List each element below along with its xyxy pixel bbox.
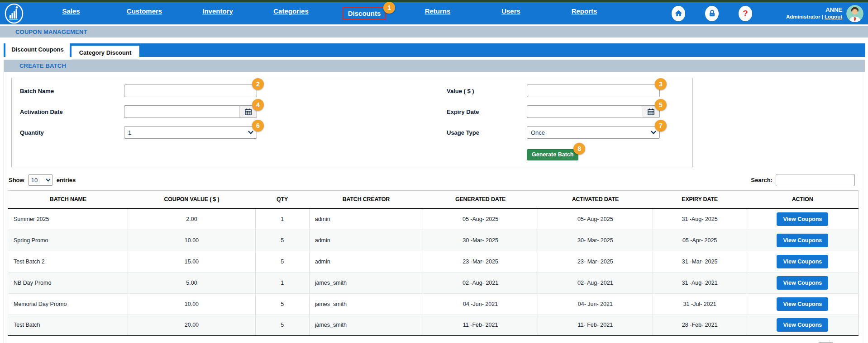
cell-activated-date: 23- Mar- 2025 xyxy=(538,251,653,272)
logout-link[interactable]: Logout xyxy=(825,14,842,19)
step-badge-4: 4 xyxy=(252,99,264,111)
cell-coupon-value: 10.00 xyxy=(128,293,255,315)
cell-activated-date: 02- Aug- 2021 xyxy=(538,272,653,293)
generate-batch-button[interactable]: Generate Batch xyxy=(527,149,578,160)
expiry-date-input[interactable] xyxy=(527,105,642,118)
nav-item-reports[interactable]: Reports xyxy=(548,7,621,19)
nav-item-users[interactable]: Users xyxy=(474,7,548,19)
cell-activated-date: 05- Aug- 2025 xyxy=(538,208,653,230)
lock-icon[interactable] xyxy=(705,6,719,21)
quantity-label: Quantity xyxy=(20,129,124,136)
activation-date-input[interactable] xyxy=(124,105,239,118)
question-mark-glyph: ? xyxy=(743,9,748,18)
col-activated-date: ACTIVATED DATE xyxy=(538,191,653,209)
form-row-3: Quantity 1 6 Usage Type Once 7 xyxy=(12,126,692,139)
form-row-1: Batch Name 2 Value ( $ ) 3 xyxy=(12,85,692,97)
form-row-2: Activation Date xyxy=(12,105,692,118)
section-title: CREATE BATCH xyxy=(19,62,66,69)
table-row: Memorial Day Promo 10.00 5 james_smith 0… xyxy=(8,293,858,315)
cell-qty: 5 xyxy=(255,251,309,272)
col-generated-date: GENERATED DATE xyxy=(423,191,538,209)
calendar-icon xyxy=(647,108,655,116)
view-coupons-button[interactable]: View Coupons xyxy=(777,297,828,311)
activation-date-field-wrap: 4 xyxy=(124,105,257,118)
batch-name-label: Batch Name xyxy=(20,88,124,94)
view-coupons-button[interactable]: View Coupons xyxy=(777,234,828,247)
step-badge-8: 8 xyxy=(573,143,585,155)
cell-generated-date: 05 -Aug- 2025 xyxy=(423,208,538,230)
cell-qty: 5 xyxy=(255,315,309,336)
cell-coupon-value: 20.00 xyxy=(128,315,255,336)
home-icon[interactable] xyxy=(672,6,685,21)
create-batch-form: Batch Name 2 Value ( $ ) 3 Activation Da… xyxy=(11,78,693,167)
step-badge-7: 7 xyxy=(655,120,667,132)
cell-batch-creator: james_smith xyxy=(309,315,423,336)
cell-batch-creator: admin xyxy=(309,208,423,230)
table-row: Spring Promo 10.00 5 admin 30 -Mar- 2025… xyxy=(8,230,858,251)
col-expiry-date: EXPIRY DATE xyxy=(653,191,747,209)
search-input[interactable] xyxy=(776,174,855,186)
usage-type-select[interactable]: Once xyxy=(527,126,660,139)
user-role-line: Administrator | Logout xyxy=(786,14,842,20)
view-coupons-button[interactable]: View Coupons xyxy=(777,212,828,226)
nav-item-sales[interactable]: Sales xyxy=(34,7,108,19)
activation-date-label: Activation Date xyxy=(20,108,124,115)
view-coupons-button[interactable]: View Coupons xyxy=(777,255,828,268)
user-avatar[interactable] xyxy=(846,5,863,22)
quantity-select[interactable]: 1 xyxy=(124,126,257,139)
show-label: Show xyxy=(9,177,24,183)
page-size-select[interactable]: 10 xyxy=(28,174,53,186)
page-size-wrap: 10 xyxy=(28,174,53,186)
cell-expiry-date: 31 -Mar- 2025 xyxy=(653,251,747,272)
list-controls: Show 10 entries Search: xyxy=(9,174,855,186)
cell-batch-creator: admin xyxy=(309,251,423,272)
nav-item-discounts-label: Discounts xyxy=(348,9,381,17)
cell-qty: 5 xyxy=(255,293,309,315)
user-info: ANNE Administrator | Logout xyxy=(786,6,842,21)
table-row: NB Day Promo 5.00 1 james_smith 02 -Aug-… xyxy=(8,272,858,293)
cell-expiry-date: 31 -Aug- 2025 xyxy=(653,208,747,230)
nav-icons: ? xyxy=(672,6,752,21)
nav-item-categories[interactable]: Categories xyxy=(254,7,328,19)
value-field-wrap: 3 xyxy=(527,85,660,97)
nav-item-inventory[interactable]: Inventory xyxy=(181,7,254,19)
page-header-bar: COUPON MANAGEMENT xyxy=(0,26,868,38)
cell-batch-name: NB Day Promo xyxy=(8,272,128,293)
usage-type-field-wrap: Once 7 xyxy=(527,126,660,139)
cell-expiry-date: 31 -Jul- 2021 xyxy=(653,293,747,315)
cell-generated-date: 23 -Mar- 2025 xyxy=(423,251,538,272)
content-panel: CREATE BATCH Batch Name 2 Value ( $ ) 3 … xyxy=(4,60,865,343)
step-badge-6: 6 xyxy=(252,120,264,132)
nav-item-customers[interactable]: Customers xyxy=(108,7,181,19)
cell-generated-date: 11 -Feb- 2021 xyxy=(423,315,538,336)
cell-qty: 5 xyxy=(255,230,309,251)
user-role: Administrator xyxy=(786,14,820,19)
app-logo-icon[interactable] xyxy=(4,3,24,24)
cell-generated-date: 02 -Aug- 2021 xyxy=(423,272,538,293)
search-wrap: Search: xyxy=(751,174,855,186)
batch-name-input[interactable] xyxy=(124,85,257,97)
nav-item-returns[interactable]: Returns xyxy=(401,7,474,19)
view-coupons-button[interactable]: View Coupons xyxy=(777,318,828,332)
cell-batch-name: Spring Promo xyxy=(8,230,128,251)
tab-category-discount[interactable]: Category Discount xyxy=(72,46,139,60)
expiry-date-label: Expiry Date xyxy=(447,108,527,115)
section-bar: CREATE BATCH xyxy=(4,60,865,72)
cell-generated-date: 04 -Jun- 2021 xyxy=(423,293,538,315)
nav-item-discounts[interactable]: Discounts 1 xyxy=(328,7,401,19)
view-coupons-button[interactable]: View Coupons xyxy=(777,276,828,290)
table-row: Test Batch 2 15.00 5 admin 23 -Mar- 2025… xyxy=(8,251,858,272)
discounts-highlight-box: Discounts 1 xyxy=(343,7,386,19)
cell-batch-name: Memorial Day Promo xyxy=(8,293,128,315)
cell-qty: 1 xyxy=(255,208,309,230)
cell-qty: 1 xyxy=(255,272,309,293)
cell-expiry-date: 05 -Apr- 2025 xyxy=(653,230,747,251)
table-row: Summer 2025 2.00 1 admin 05 -Aug- 2025 0… xyxy=(8,208,858,230)
cell-batch-name: Test Batch xyxy=(8,315,128,336)
batch-name-field-wrap: 2 xyxy=(124,85,257,97)
user-separator: | xyxy=(822,14,823,19)
help-icon[interactable]: ? xyxy=(739,6,752,21)
user-block: ANNE Administrator | Logout xyxy=(786,5,863,22)
tab-discount-coupons[interactable]: Discount Coupons xyxy=(5,42,70,57)
value-input[interactable] xyxy=(527,85,660,97)
